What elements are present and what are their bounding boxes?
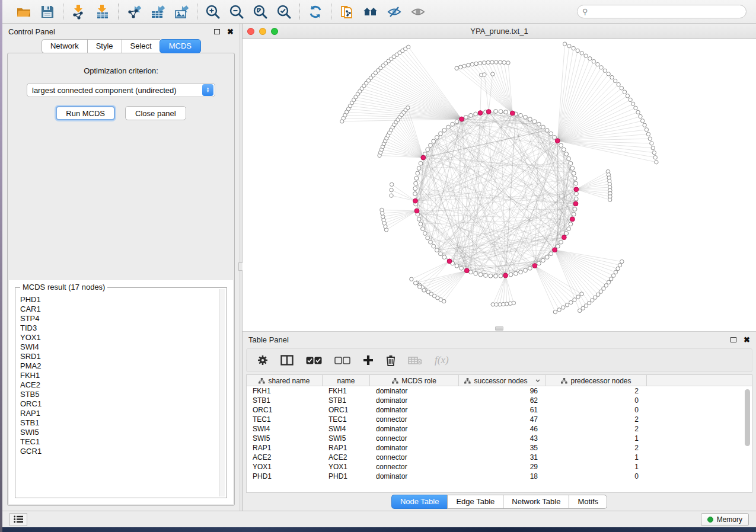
table-cell[interactable]: connector xyxy=(370,434,459,443)
graph-hub-node[interactable] xyxy=(532,264,537,268)
graph-node[interactable] xyxy=(479,273,483,277)
graph-hub-node[interactable] xyxy=(414,209,419,213)
task-history-button[interactable] xyxy=(9,513,27,526)
table-cell[interactable]: 0 xyxy=(546,406,647,414)
graph-leaf-node[interactable] xyxy=(390,182,393,186)
graph-node[interactable] xyxy=(455,120,459,124)
graph-hub-node[interactable] xyxy=(573,201,578,206)
table-cell[interactable]: STB1 xyxy=(323,396,370,405)
close-panel-icon[interactable]: ✖ xyxy=(227,28,234,36)
table-cell[interactable]: 61 xyxy=(459,406,546,414)
table-cell[interactable]: ACE2 xyxy=(323,453,370,462)
tab-mcds[interactable]: MCDS xyxy=(160,39,201,53)
graph-leaf-node[interactable] xyxy=(588,57,592,60)
graph-hub-node[interactable] xyxy=(421,155,426,160)
table-cell[interactable]: dominator xyxy=(370,425,459,433)
table-settings-button[interactable] xyxy=(257,355,268,366)
graph-node[interactable] xyxy=(494,274,498,278)
graph-leaf-node[interactable] xyxy=(596,62,599,66)
graph-leaf-node[interactable] xyxy=(573,298,576,302)
graph-node[interactable] xyxy=(451,122,455,126)
float-panel-icon[interactable] xyxy=(214,29,220,34)
graph-node[interactable] xyxy=(562,148,566,152)
graph-leaf-node[interactable] xyxy=(599,290,602,293)
graph-leaf-node[interactable] xyxy=(506,61,510,65)
graph-leaf-node[interactable] xyxy=(482,61,486,65)
graph-node[interactable] xyxy=(545,128,549,132)
tab-style[interactable]: Style xyxy=(87,39,122,53)
graph-node[interactable] xyxy=(559,143,563,148)
graph-leaf-node[interactable] xyxy=(650,142,653,145)
graph-leaf-node[interactable] xyxy=(458,65,462,69)
graph-hub-node[interactable] xyxy=(503,273,508,278)
graph-leaf-node[interactable] xyxy=(599,66,603,69)
table-cell[interactable]: STB1 xyxy=(247,396,323,405)
table-cell[interactable]: connector xyxy=(370,415,459,424)
table-row[interactable]: RAP1RAP1dominator352 xyxy=(247,443,752,453)
graph-node[interactable] xyxy=(419,161,423,165)
graph-node[interactable] xyxy=(573,207,577,211)
graph-leaf-node[interactable] xyxy=(455,66,458,70)
graph-leaf-node[interactable] xyxy=(646,132,650,136)
mcds-node-item[interactable]: RAP1 xyxy=(20,409,225,418)
table-cell[interactable]: dominator xyxy=(370,396,459,405)
column-header-mcds-role[interactable]: MCDS role xyxy=(370,375,459,386)
graph-leaf-node[interactable] xyxy=(613,79,617,82)
mcds-node-item[interactable]: ACE2 xyxy=(20,380,225,390)
zoom-out-button[interactable] xyxy=(227,3,246,21)
graph-node[interactable] xyxy=(504,110,508,114)
table-cell[interactable]: YOX1 xyxy=(247,463,323,471)
close-panel-button[interactable]: Close panel xyxy=(125,106,186,120)
show-columns-button[interactable] xyxy=(280,355,294,366)
graph-node[interactable] xyxy=(435,135,439,139)
graph-hub-node[interactable] xyxy=(447,259,452,264)
graph-node[interactable] xyxy=(474,112,478,116)
table-cell[interactable]: 0 xyxy=(546,472,647,480)
graph-leaf-node[interactable] xyxy=(620,86,623,90)
table-cell[interactable]: RAP1 xyxy=(247,444,323,452)
graph-node[interactable] xyxy=(524,268,528,273)
graph-node[interactable] xyxy=(442,255,446,259)
graph-leaf-node[interactable] xyxy=(645,128,648,132)
graph-leaf-node[interactable] xyxy=(495,60,498,64)
graph-node[interactable] xyxy=(413,192,417,196)
graph-leaf-node[interactable] xyxy=(567,44,571,48)
graph-leaf-node[interactable] xyxy=(467,63,470,67)
graph-leaf-node[interactable] xyxy=(562,306,565,309)
graph-node[interactable] xyxy=(541,125,546,129)
mcds-node-item[interactable]: YOX1 xyxy=(20,333,225,342)
table-row[interactable]: ORC1ORC1dominator610 xyxy=(247,405,752,415)
refresh-view-button[interactable] xyxy=(306,3,325,21)
zoom-fit-button[interactable] xyxy=(251,3,270,21)
tab-motifs[interactable]: Motifs xyxy=(569,495,607,509)
graph-node[interactable] xyxy=(573,177,577,181)
graph-hub-node[interactable] xyxy=(413,198,418,203)
table-cell[interactable]: SWI4 xyxy=(247,425,323,433)
graph-leaf-node[interactable] xyxy=(490,60,494,64)
graph-leaf-node[interactable] xyxy=(498,60,502,64)
graph-node[interactable] xyxy=(574,181,578,185)
mcds-node-item[interactable]: TEC1 xyxy=(20,437,225,447)
graph-leaf-node[interactable] xyxy=(483,73,486,76)
tab-network[interactable]: Network xyxy=(42,39,87,53)
export-network-button[interactable] xyxy=(125,3,143,21)
graph-node[interactable] xyxy=(519,113,523,117)
table-cell[interactable]: YOX1 xyxy=(323,463,370,471)
table-cell[interactable]: SWI5 xyxy=(247,434,323,443)
table-row[interactable]: PHD1PHD1dominator180 xyxy=(247,472,752,481)
graph-node[interactable] xyxy=(429,240,433,244)
graph-node[interactable] xyxy=(426,148,430,152)
table-cell[interactable]: 2 xyxy=(546,444,647,452)
first-neighbors-button[interactable] xyxy=(361,3,380,21)
graph-leaf-node[interactable] xyxy=(406,106,410,110)
graph-node[interactable] xyxy=(414,177,419,181)
mcds-list-scrollbar[interactable] xyxy=(219,289,225,496)
graph-leaf-node[interactable] xyxy=(417,285,421,289)
hide-selected-button[interactable] xyxy=(385,3,404,21)
graph-node[interactable] xyxy=(556,244,560,248)
table-row[interactable]: ACE2ACE2connector311 xyxy=(247,453,752,462)
graph-node[interactable] xyxy=(423,232,427,236)
table-cell[interactable]: 18 xyxy=(459,472,546,480)
graph-node[interactable] xyxy=(494,110,498,114)
network-canvas[interactable] xyxy=(243,39,756,331)
